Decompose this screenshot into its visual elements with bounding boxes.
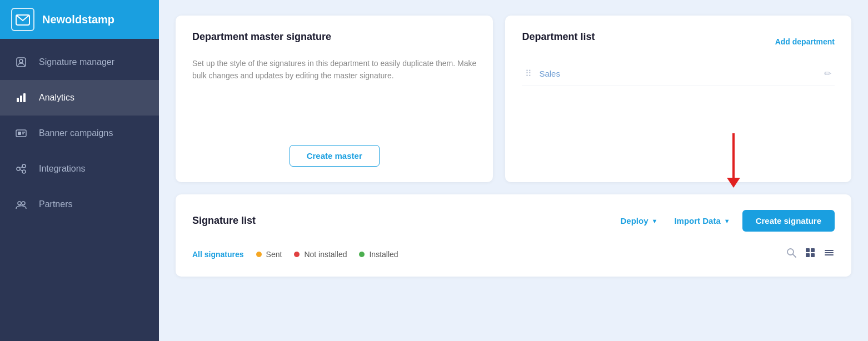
sidebar-item-label: Integrations <box>39 164 86 174</box>
logo-icon <box>11 8 34 31</box>
sidebar-item-label: Analytics <box>39 93 74 103</box>
add-department-link[interactable]: Add department <box>775 37 835 46</box>
partners-icon <box>13 197 29 212</box>
svg-line-18 <box>793 254 796 257</box>
edit-dept-icon[interactable]: ✏ <box>824 68 831 79</box>
svg-point-12 <box>22 170 26 173</box>
import-chevron-icon: ▼ <box>724 218 730 224</box>
svg-point-15 <box>18 202 21 205</box>
svg-point-11 <box>22 164 26 168</box>
main-content: Department master signature Set up the s… <box>159 0 868 341</box>
annotation-arrow <box>727 133 740 188</box>
svg-point-16 <box>22 202 25 205</box>
sidebar-item-label: Partners <box>39 199 72 209</box>
sidebar-nav: Signature manager Analytics Banner campa… <box>0 39 159 222</box>
filter-all-label: All signatures <box>192 250 244 259</box>
search-icon[interactable] <box>786 247 797 261</box>
dept-list-header: Department list Add department <box>522 31 835 52</box>
import-data-label: Import Data <box>674 216 720 225</box>
filter-not-installed[interactable]: Not installed <box>294 250 347 259</box>
filter-not-installed-label: Not installed <box>304 250 347 259</box>
svg-rect-20 <box>811 248 815 252</box>
signature-list-header: Signature list Deploy ▼ Import Data ▼ Cr… <box>192 210 835 232</box>
dept-list-item: ⠿ Sales ✏ <box>522 62 835 86</box>
svg-line-13 <box>20 167 22 168</box>
deploy-chevron-icon: ▼ <box>652 218 658 224</box>
filter-installed-label: Installed <box>369 250 398 259</box>
action-group: Deploy ▼ Import Data ▼ Create signature <box>616 210 835 232</box>
grid-view-icon[interactable] <box>805 247 816 261</box>
not-installed-dot-icon <box>294 252 300 257</box>
top-row: Department master signature Set up the s… <box>176 16 851 182</box>
svg-rect-21 <box>806 253 810 257</box>
sidebar-header: Newoldstamp <box>0 0 159 39</box>
svg-point-2 <box>19 59 23 63</box>
integrations-icon <box>13 161 29 177</box>
dept-master-description: Set up the style of the signatures in th… <box>192 52 476 82</box>
drag-handle-icon[interactable]: ⠿ <box>525 68 532 79</box>
banner-campaigns-icon <box>13 126 29 141</box>
deploy-label: Deploy <box>620 216 648 225</box>
brand-name: Newoldstamp <box>42 13 114 26</box>
dept-name: Sales <box>539 69 817 78</box>
svg-rect-22 <box>811 253 815 257</box>
sidebar-item-label: Signature manager <box>39 57 114 67</box>
list-view-icon[interactable] <box>824 247 835 261</box>
dept-master-title: Department master signature <box>192 31 476 43</box>
deploy-button[interactable]: Deploy ▼ <box>616 214 662 228</box>
view-icons-group <box>786 247 835 261</box>
svg-rect-4 <box>20 96 22 102</box>
svg-line-14 <box>20 169 22 171</box>
import-data-button[interactable]: Import Data ▼ <box>670 214 734 228</box>
analytics-icon <box>13 90 29 106</box>
svg-rect-5 <box>23 93 26 102</box>
filter-installed[interactable]: Installed <box>359 250 398 259</box>
sidebar-item-label: Banner campaigns <box>39 128 113 138</box>
svg-rect-3 <box>17 98 19 102</box>
filter-all-signatures[interactable]: All signatures <box>192 250 244 259</box>
svg-point-17 <box>787 249 794 255</box>
sidebar-item-signature-manager[interactable]: Signature manager <box>0 44 159 80</box>
dept-master-card: Department master signature Set up the s… <box>176 16 493 182</box>
svg-point-10 <box>17 167 20 170</box>
signature-manager-icon <box>13 54 29 70</box>
dept-list-title: Department list <box>522 31 595 43</box>
sidebar-item-banner-campaigns[interactable]: Banner campaigns <box>0 116 159 151</box>
signature-list-card: Signature list Deploy ▼ Import Data ▼ Cr… <box>176 194 851 277</box>
filter-sent[interactable]: Sent <box>256 250 282 259</box>
sidebar-item-analytics[interactable]: Analytics <box>0 80 159 116</box>
svg-rect-19 <box>806 248 810 252</box>
dept-list-card: Department list Add department ⠿ Sales ✏ <box>505 16 851 182</box>
svg-rect-7 <box>18 132 21 135</box>
sent-dot-icon <box>256 252 262 257</box>
create-master-button[interactable]: Create master <box>290 145 380 167</box>
filter-sent-label: Sent <box>266 250 282 259</box>
installed-dot-icon <box>359 252 365 257</box>
create-signature-button[interactable]: Create signature <box>742 210 835 232</box>
sidebar: Newoldstamp Signature manager Analytics … <box>0 0 159 341</box>
signature-list-title: Signature list <box>192 215 256 227</box>
filter-row: All signatures Sent Not installed Instal… <box>192 243 835 261</box>
sidebar-item-integrations[interactable]: Integrations <box>0 151 159 187</box>
sidebar-item-partners[interactable]: Partners <box>0 187 159 222</box>
